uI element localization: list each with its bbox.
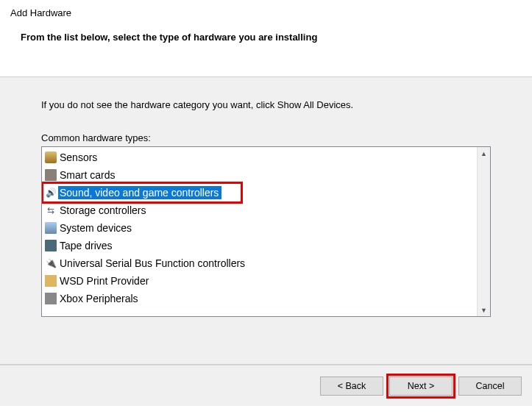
speaker-icon: 🔊 (45, 187, 57, 199)
list-item-label: System devices (60, 222, 132, 234)
scroll-down-button[interactable]: ▼ (478, 304, 490, 316)
hardware-types-listbox[interactable]: SensorsSmart cards🔊Sound, video and game… (41, 146, 491, 317)
wizard-header: Add Hardware From the list below, select… (0, 0, 532, 76)
tape-drive-icon (45, 240, 57, 251)
list-item-label: Tape drives (60, 240, 113, 251)
list-item[interactable]: 🔌Universal Serial Bus Function controlle… (42, 254, 477, 272)
list-item[interactable]: ⇆Storage controllers (42, 201, 477, 219)
list-item[interactable]: Smart cards (42, 166, 477, 184)
list-item[interactable]: Tape drives (42, 237, 477, 254)
printer-icon (45, 275, 57, 287)
cancel-button[interactable]: Cancel (458, 376, 522, 396)
list-item-label: Xbox Peripherals (60, 293, 138, 304)
storage-icon: ⇆ (45, 204, 57, 216)
smart-card-icon (45, 169, 57, 181)
next-button[interactable]: Next > (389, 376, 453, 396)
list-item-label: Universal Serial Bus Function controller… (60, 257, 245, 269)
list-item[interactable]: Sensors (42, 149, 477, 166)
list-item-label: Sound, video and game controllers (60, 187, 219, 199)
listbox-scrollbar[interactable]: ▲ ▼ (477, 147, 490, 316)
instruction-text: If you do not see the hardware category … (41, 99, 491, 110)
list-item-label: WSD Print Provider (60, 275, 149, 287)
page-subtitle: From the list below, select the type of … (10, 32, 522, 43)
scroll-up-button[interactable]: ▲ (478, 147, 490, 160)
list-item[interactable]: WSD Print Provider (42, 272, 477, 290)
list-item[interactable]: 🔊Sound, video and game controllers (42, 184, 477, 201)
list-item-label: Sensors (60, 151, 97, 163)
wizard-body: If you do not see the hardware category … (0, 77, 532, 364)
list-item[interactable]: Xbox Peripherals (42, 290, 477, 307)
window-title: Add Hardware (10, 7, 522, 18)
list-item-label: Smart cards (60, 169, 115, 181)
xbox-icon (45, 293, 57, 304)
sensors-icon (45, 151, 57, 163)
list-item-label: Storage controllers (60, 204, 146, 216)
list-label: Common hardware types: (41, 132, 491, 143)
wizard-footer: < Back Next > Cancel (0, 365, 532, 406)
usb-icon: 🔌 (45, 257, 57, 269)
list-item[interactable]: System devices (42, 219, 477, 237)
back-button[interactable]: < Back (320, 376, 383, 396)
system-device-icon (45, 222, 57, 234)
